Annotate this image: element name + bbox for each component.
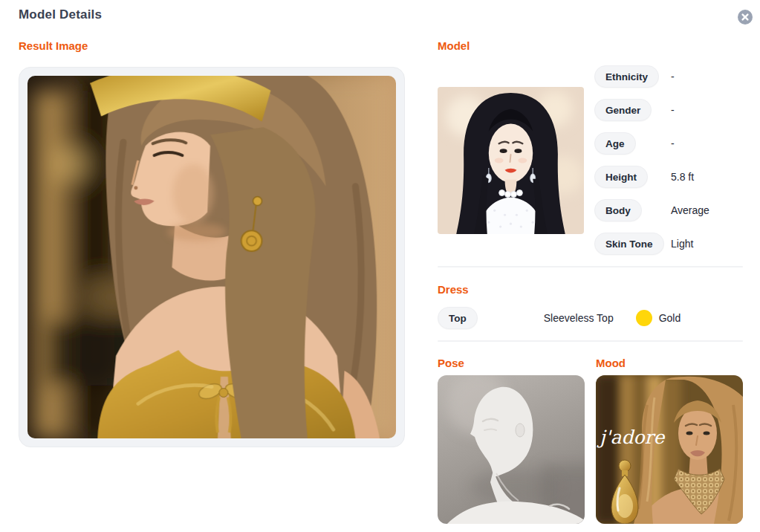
model-image bbox=[438, 87, 584, 234]
attribute-row-skin-tone: Skin Tone Light bbox=[594, 233, 743, 255]
dress-section-title: Dress bbox=[438, 282, 743, 297]
model-image-art bbox=[438, 87, 584, 234]
attribute-row-ethnicity: Ethnicity - bbox=[594, 65, 743, 88]
attribute-row-gender: Gender - bbox=[594, 99, 743, 121]
close-icon bbox=[738, 10, 753, 25]
dress-row: Top Sleeveless Top Gold bbox=[438, 307, 743, 329]
pose-image bbox=[438, 375, 585, 524]
attribute-row-height: Height 5.8 ft bbox=[594, 166, 743, 188]
result-image-section-title: Result Image bbox=[19, 39, 405, 53]
attribute-value: Average bbox=[671, 204, 709, 216]
mood-image: j'adore bbox=[596, 375, 743, 524]
attribute-row-body: Body Average bbox=[594, 199, 743, 221]
pose-image-art bbox=[438, 375, 585, 524]
result-image-card bbox=[19, 67, 405, 447]
attribute-pill: Skin Tone bbox=[594, 233, 664, 255]
perfume-wordmark: j'adore bbox=[597, 426, 666, 448]
pose-mood-row: Pose bbox=[438, 356, 743, 524]
attribute-pill: Age bbox=[594, 132, 636, 155]
pose-section-title: Pose bbox=[438, 356, 585, 371]
dress-color-name: Gold bbox=[659, 312, 681, 324]
color-swatch-icon bbox=[636, 310, 652, 326]
attribute-pill: Height bbox=[594, 166, 648, 188]
model-details-modal: Model Details Result Image bbox=[0, 0, 760, 532]
dress-color-chip: Gold bbox=[636, 310, 681, 326]
attribute-value: 5.8 ft bbox=[671, 171, 694, 183]
page-title: Model Details bbox=[19, 7, 102, 22]
attribute-pill: Gender bbox=[594, 99, 652, 121]
result-image bbox=[27, 76, 396, 438]
attribute-row-age: Age - bbox=[594, 132, 743, 155]
attribute-value: - bbox=[671, 104, 675, 116]
attribute-value: Light bbox=[671, 238, 693, 250]
result-image-art bbox=[27, 76, 396, 438]
pose-section: Pose bbox=[438, 356, 585, 524]
dress-type-value: Sleeveless Top bbox=[544, 312, 614, 324]
divider bbox=[438, 340, 743, 342]
mood-image-art: j'adore bbox=[596, 375, 743, 524]
mood-section: Mood bbox=[596, 356, 743, 524]
divider bbox=[438, 266, 743, 267]
details-panel: Model bbox=[438, 39, 743, 524]
attribute-value: - bbox=[671, 137, 675, 149]
result-image-section: Result Image bbox=[19, 39, 405, 447]
attribute-pill: Body bbox=[594, 199, 642, 221]
attribute-pill: Ethnicity bbox=[594, 65, 659, 88]
model-section: Ethnicity - Gender - Age - Height 5.8 ft… bbox=[438, 65, 743, 255]
model-section-title: Model bbox=[438, 39, 743, 53]
attribute-value: - bbox=[671, 71, 675, 82]
dress-category-pill: Top bbox=[438, 307, 478, 329]
close-button[interactable] bbox=[738, 10, 753, 25]
mood-section-title: Mood bbox=[596, 356, 743, 371]
model-attributes: Ethnicity - Gender - Age - Height 5.8 ft… bbox=[594, 65, 743, 255]
